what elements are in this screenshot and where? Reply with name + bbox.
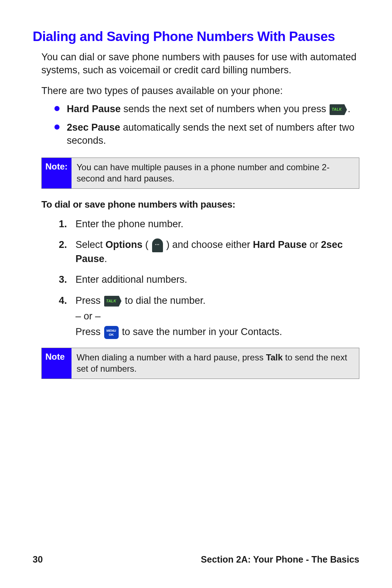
section-label: Section 2A: Your Phone - The Basics [201,554,359,565]
note-label: Note [42,348,72,379]
note-text: When dialing a number with a hard pause,… [72,348,359,379]
note-box-2: Note When dialing a number with a hard p… [41,348,359,379]
step-4-or: – or – [75,310,359,323]
step-4-dial: to dial the number. [122,295,206,306]
hard-pause-text-2: . [348,103,351,114]
intro-paragraph-1: You can dial or save phone numbers with … [41,51,359,77]
step-2-paren-open: ( [143,239,151,250]
hard-pause-text-1: sends the next set of numbers when you p… [121,103,329,114]
note-label: Note: [42,158,72,188]
steps-list: Enter the phone number. Select Options (… [59,217,359,339]
page-title: Dialing and Saving Phone Numbers With Pa… [33,29,359,44]
page-footer: 30 Section 2A: Your Phone - The Basics [33,554,359,565]
talk-key-icon [330,104,347,115]
step-2: Select Options ( ) and choose either Har… [59,238,359,266]
steps-subhead: To dial or save phone numbers with pause… [41,199,359,210]
note2-talk: Talk [266,352,283,362]
step-2-period: . [105,253,107,264]
options-key-icon [152,238,163,252]
step-2-or: or [307,239,321,250]
intro-paragraph-2: There are two types of pauses available … [41,85,359,97]
hard-pause-label: Hard Pause [67,103,121,114]
step-4-press-a: Press [75,295,103,306]
note2-text-1: When dialing a number with a hard pause,… [77,352,266,362]
pause-types-list: Hard Pause sends the next set of numbers… [54,102,359,147]
sec-pause-label: 2sec Pause [67,122,120,133]
step-1: Enter the phone number. [59,217,359,231]
note-text: You can have multiple pauses in a phone … [72,158,359,188]
page-number: 30 [33,554,43,565]
step-4: Press to dial the number. – or – Press t… [59,294,359,339]
step-3: Enter additional numbers. [59,273,359,286]
menu-ok-key-icon [104,326,119,339]
step-2-hard-pause: Hard Pause [253,239,307,250]
step-2-text-d: ) and choose either [164,239,253,250]
step-2-options: Options [106,239,143,250]
step-2-text-a: Select [75,239,106,250]
bullet-hard-pause: Hard Pause sends the next set of numbers… [54,102,359,115]
bullet-2sec-pause: 2sec Pause automatically sends the next … [54,121,359,147]
step-4-press-c: Press [75,326,103,337]
talk-key-icon [104,296,122,307]
note-box-1: Note: You can have multiple pauses in a … [41,158,359,189]
step-4-save: to save the number in your Contacts. [119,326,282,337]
